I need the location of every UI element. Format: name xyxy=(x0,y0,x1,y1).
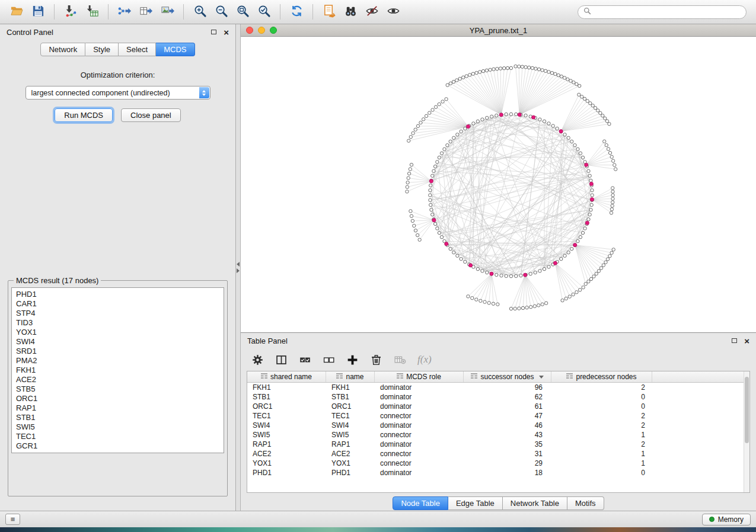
eye-slash-icon xyxy=(365,4,379,20)
search-input[interactable] xyxy=(595,8,741,16)
memory-label: Memory xyxy=(718,515,744,524)
table-cell: 35 xyxy=(464,440,551,448)
network-canvas[interactable] xyxy=(241,37,756,332)
mcds-node-item[interactable]: TID3 xyxy=(16,318,219,328)
table-scrollbar[interactable] xyxy=(744,371,749,492)
table-row[interactable]: STB1STB1dominator620 xyxy=(247,392,749,402)
table-row[interactable]: YOX1YOX1connector291 xyxy=(247,459,749,468)
table-row[interactable]: FKH1FKH1dominator962 xyxy=(247,383,749,392)
global-search-field[interactable] xyxy=(578,5,747,19)
column-header-shared-name[interactable]: shared name xyxy=(247,371,326,382)
tab-network-table[interactable]: Network Table xyxy=(503,496,567,510)
delete-column-button[interactable] xyxy=(370,354,382,366)
mcds-node-item[interactable]: STB5 xyxy=(16,384,219,394)
table-cell: YOX1 xyxy=(247,459,326,467)
tab-edge-table[interactable]: Edge Table xyxy=(448,496,503,510)
hide-selected-button[interactable] xyxy=(361,3,382,21)
panel-divider[interactable] xyxy=(236,24,241,511)
save-session-button[interactable] xyxy=(27,3,49,21)
column-header-successor-nodes[interactable]: successor nodes xyxy=(464,371,551,382)
zoom-selected-button[interactable] xyxy=(253,3,275,21)
open-file-button[interactable] xyxy=(6,3,27,21)
column-header-name[interactable]: name xyxy=(326,371,375,382)
window-minimize-button[interactable] xyxy=(258,27,265,34)
search-network-button[interactable] xyxy=(340,3,361,21)
column-label: name xyxy=(346,373,363,381)
table-cell: 2 xyxy=(551,383,652,392)
mcds-node-item[interactable]: GCR1 xyxy=(16,441,219,451)
run-mcds-button[interactable]: Run MCDS xyxy=(55,108,113,122)
close-panel-button[interactable]: Close panel xyxy=(121,108,181,122)
table-row[interactable]: PHD1PHD1dominator180 xyxy=(247,468,749,477)
mcds-node-item[interactable]: ACE2 xyxy=(16,375,219,384)
mcds-result-list[interactable]: PHD1CAR1STP4TID3YOX1SWI4SRD1PMA2FKH1ACE2… xyxy=(11,287,224,453)
show-columns-button[interactable] xyxy=(275,354,288,366)
tab-mcds[interactable]: MCDS xyxy=(156,43,194,56)
zoom-fit-button[interactable] xyxy=(232,3,253,21)
show-all-button[interactable] xyxy=(382,3,404,21)
status-menu-button[interactable]: ≡ xyxy=(5,514,20,525)
tab-node-table[interactable]: Node Table xyxy=(393,496,448,510)
mcds-node-item[interactable]: SWI4 xyxy=(16,337,219,347)
table-row[interactable]: SWI5SWI5connector431 xyxy=(247,430,749,440)
mcds-node-item[interactable]: CAR1 xyxy=(16,299,219,309)
tab-style[interactable]: Style xyxy=(85,43,119,56)
toolbar-separator xyxy=(108,4,109,20)
add-column-button[interactable] xyxy=(346,354,359,366)
memory-button[interactable]: Memory xyxy=(702,514,751,525)
dropdown-stepper-icon xyxy=(199,87,209,98)
table-settings-button[interactable] xyxy=(251,354,264,366)
window-close-button[interactable] xyxy=(246,27,253,34)
table-cell: SWI5 xyxy=(247,431,326,439)
deselect-all-columns-button[interactable] xyxy=(323,354,335,366)
float-panel-icon[interactable] xyxy=(732,338,737,343)
mcds-node-item[interactable]: PMA2 xyxy=(16,356,219,366)
mcds-node-item[interactable]: SWI5 xyxy=(16,422,219,432)
table-cell: dominator xyxy=(375,421,464,430)
table-row[interactable]: TEC1TEC1connector472 xyxy=(247,411,749,421)
column-header-predecessor-nodes[interactable]: predecessor nodes xyxy=(551,371,652,382)
table-row[interactable]: SWI4SWI4dominator462 xyxy=(247,421,749,430)
table-cell: 2 xyxy=(551,421,652,430)
float-panel-icon[interactable] xyxy=(211,30,216,34)
zoom-in-button[interactable] xyxy=(189,3,210,21)
export-table-button[interactable] xyxy=(135,3,157,21)
criterion-dropdown[interactable]: largest connected component (undirected) xyxy=(25,86,210,100)
refresh-layout-button[interactable] xyxy=(286,3,307,21)
mcds-node-item[interactable]: STB1 xyxy=(16,413,219,422)
close-panel-icon[interactable]: × xyxy=(224,28,229,37)
mcds-node-item[interactable]: TEC1 xyxy=(16,432,219,441)
table-row[interactable]: RAP1RAP1dominator352 xyxy=(247,440,749,449)
network-window-titlebar[interactable]: YPA_prune.txt_1 xyxy=(241,24,756,37)
tab-network[interactable]: Network xyxy=(40,43,85,56)
tab-motifs[interactable]: Motifs xyxy=(567,496,604,510)
export-image-button[interactable] xyxy=(157,3,178,21)
tab-select[interactable]: Select xyxy=(119,43,156,56)
select-all-columns-button[interactable] xyxy=(299,354,311,366)
import-table-button[interactable] xyxy=(81,3,103,21)
export-document-button[interactable] xyxy=(318,3,340,21)
right-column: YPA_prune.txt_1 Table Panel xyxy=(241,24,756,511)
export-network-button[interactable] xyxy=(114,3,135,21)
mcds-node-item[interactable]: SRD1 xyxy=(16,347,219,356)
mcds-result-fieldset: MCDS result (17 nodes) PHD1CAR1STP4TID3Y… xyxy=(8,276,228,496)
zoom-out-button[interactable] xyxy=(210,3,232,21)
table-cell: 62 xyxy=(464,393,551,401)
table-row[interactable]: ORC1ORC1dominator610 xyxy=(247,402,749,411)
import-network-button[interactable] xyxy=(60,3,81,21)
table-row[interactable]: ACE2ACE2connector311 xyxy=(247,449,749,459)
status-bar: ≡ Memory xyxy=(0,511,756,527)
column-header-mcds-role[interactable]: MCDS role xyxy=(375,371,464,382)
close-panel-icon[interactable]: × xyxy=(744,336,749,345)
mcds-node-item[interactable]: RAP1 xyxy=(16,403,219,413)
mcds-node-item[interactable]: PHD1 xyxy=(16,290,219,299)
mcds-node-item[interactable]: STP4 xyxy=(16,309,219,318)
window-zoom-button[interactable] xyxy=(270,27,277,34)
chevron-down-icon[interactable] xyxy=(539,376,544,379)
collapse-left-arrow-icon[interactable] xyxy=(237,262,240,267)
mcds-node-item[interactable]: YOX1 xyxy=(16,328,219,337)
collapse-right-arrow-icon[interactable] xyxy=(237,268,240,273)
scrollbar-thumb[interactable] xyxy=(745,377,749,443)
mcds-node-item[interactable]: ORC1 xyxy=(16,394,219,403)
mcds-node-item[interactable]: FKH1 xyxy=(16,366,219,375)
